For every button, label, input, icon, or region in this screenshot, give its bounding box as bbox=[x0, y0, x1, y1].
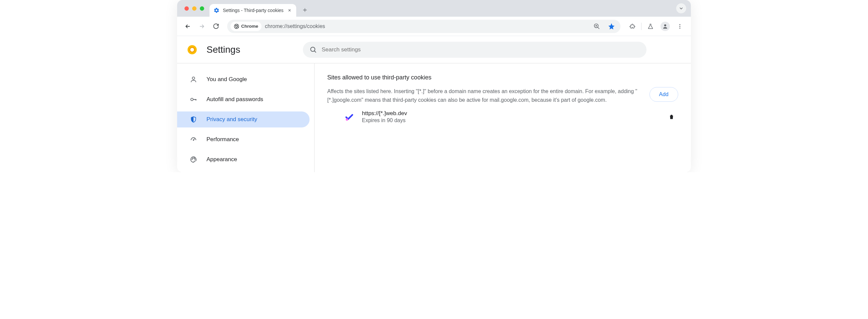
svg-point-3 bbox=[664, 24, 666, 26]
svg-point-18 bbox=[346, 118, 348, 121]
url-text: chrome://settings/cookies bbox=[265, 23, 588, 29]
add-button[interactable]: Add bbox=[650, 87, 678, 102]
browser-window: Settings - Third-party cookies Chrome bbox=[177, 0, 691, 172]
svg-point-10 bbox=[311, 47, 315, 51]
svg-point-15 bbox=[192, 158, 193, 158]
settings-gear-icon bbox=[214, 7, 219, 13]
browser-tab[interactable]: Settings - Third-party cookies bbox=[210, 4, 296, 17]
forward-button[interactable] bbox=[196, 20, 208, 32]
reload-button[interactable] bbox=[210, 20, 222, 32]
svg-point-12 bbox=[191, 98, 193, 100]
section-title: Sites allowed to use third-party cookies bbox=[327, 74, 678, 81]
sidebar-item-appearance[interactable]: Appearance bbox=[177, 151, 310, 168]
site-expires: Expires in 90 days bbox=[362, 117, 657, 123]
sidebar-item-label: You and Google bbox=[207, 76, 247, 83]
close-window-button[interactable] bbox=[184, 6, 189, 11]
key-icon bbox=[190, 96, 197, 103]
chrome-logo-icon bbox=[234, 24, 239, 29]
site-url: https://[*.]web.dev bbox=[362, 110, 657, 117]
separator bbox=[641, 23, 642, 30]
sidebar-item-label: Performance bbox=[207, 136, 239, 143]
bookmark-star-icon[interactable] bbox=[606, 21, 617, 32]
site-info: https://[*.]web.dev Expires in 90 days bbox=[362, 110, 657, 123]
site-row: https://[*.]web.dev Expires in 90 days bbox=[327, 104, 678, 123]
new-tab-button[interactable] bbox=[300, 5, 310, 16]
close-tab-icon[interactable] bbox=[287, 8, 292, 13]
chrome-menu-icon[interactable] bbox=[674, 20, 686, 33]
zoom-icon[interactable] bbox=[591, 21, 602, 32]
sidebar-item-label: Autofill and passwords bbox=[207, 96, 263, 103]
svg-point-13 bbox=[193, 140, 194, 141]
sidebar-item-label: Privacy and security bbox=[207, 116, 257, 123]
search-settings-input[interactable] bbox=[321, 47, 640, 53]
section-row: Affects the sites listed here. Inserting… bbox=[327, 87, 678, 104]
main-panel: Sites allowed to use third-party cookies… bbox=[315, 63, 691, 172]
svg-point-4 bbox=[680, 24, 681, 25]
sidebar-item-privacy[interactable]: Privacy and security bbox=[177, 112, 310, 127]
search-settings-box[interactable] bbox=[303, 42, 647, 58]
section-description: Affects the sites listed here. Inserting… bbox=[327, 87, 642, 104]
palette-icon bbox=[190, 156, 197, 163]
speedometer-icon bbox=[190, 136, 197, 143]
sidebar-item-label: Appearance bbox=[207, 156, 237, 163]
tab-bar: Settings - Third-party cookies bbox=[177, 0, 691, 17]
svg-point-6 bbox=[680, 27, 681, 28]
minimize-window-button[interactable] bbox=[192, 6, 196, 11]
delete-site-button[interactable] bbox=[665, 110, 678, 123]
svg-point-17 bbox=[195, 159, 195, 160]
labs-flask-icon[interactable] bbox=[644, 20, 657, 33]
person-icon bbox=[190, 76, 197, 83]
extensions-icon[interactable] bbox=[626, 20, 639, 33]
window-controls bbox=[183, 0, 210, 17]
browser-toolbar: Chrome chrome://settings/cookies bbox=[177, 17, 691, 36]
sidebar: You and Google Autofill and passwords Pr… bbox=[177, 63, 315, 172]
svg-point-16 bbox=[194, 158, 194, 158]
svg-point-1 bbox=[236, 25, 237, 27]
tab-overflow-button[interactable] bbox=[676, 3, 686, 13]
settings-header: Settings bbox=[177, 36, 691, 63]
sidebar-item-performance[interactable]: Performance bbox=[177, 132, 310, 147]
webdev-favicon-icon bbox=[344, 112, 354, 122]
maximize-window-button[interactable] bbox=[200, 6, 204, 11]
search-icon bbox=[310, 46, 317, 53]
address-bar[interactable]: Chrome chrome://settings/cookies bbox=[227, 20, 620, 33]
sidebar-item-you-and-google[interactable]: You and Google bbox=[177, 71, 310, 87]
svg-point-5 bbox=[680, 26, 681, 27]
chrome-settings-logo-icon bbox=[187, 45, 197, 55]
back-button[interactable] bbox=[182, 20, 194, 32]
settings-body: You and Google Autofill and passwords Pr… bbox=[177, 63, 691, 172]
chrome-chip-label: Chrome bbox=[241, 24, 258, 29]
shield-icon bbox=[190, 116, 197, 123]
page-title: Settings bbox=[207, 45, 240, 55]
chrome-chip: Chrome bbox=[230, 22, 261, 31]
tab-title: Settings - Third-party cookies bbox=[223, 8, 284, 13]
sidebar-item-autofill[interactable]: Autofill and passwords bbox=[177, 91, 310, 108]
profile-avatar[interactable] bbox=[659, 20, 672, 33]
svg-point-11 bbox=[192, 77, 194, 80]
trash-icon bbox=[669, 113, 675, 120]
svg-point-14 bbox=[192, 159, 192, 160]
